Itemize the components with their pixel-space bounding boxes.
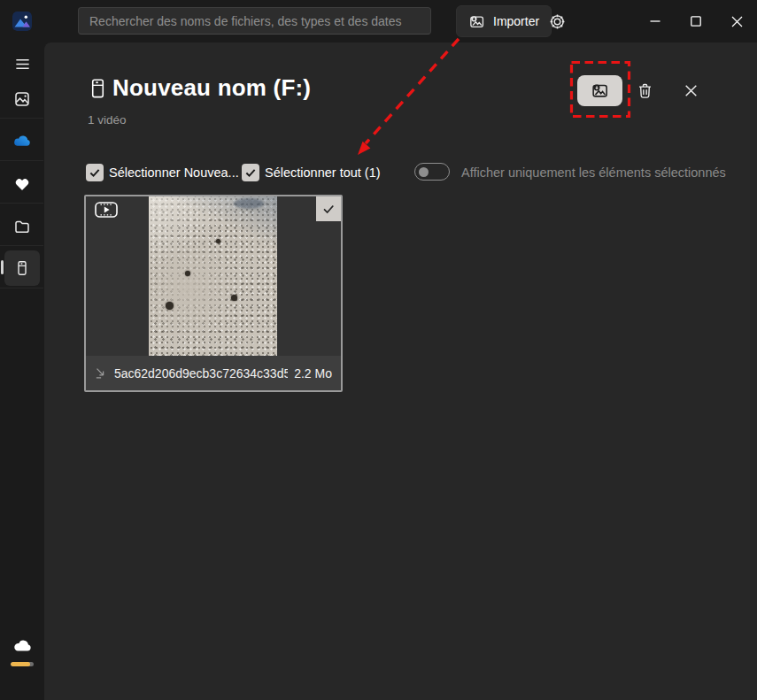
checkmark-icon [243, 165, 258, 180]
sync-progress-bar [11, 662, 34, 666]
cloud-icon [12, 636, 33, 657]
select-device-label[interactable]: Sélectionner Nouvea... [109, 165, 239, 180]
favorites-heart-icon [13, 175, 31, 193]
thumbnail-texture-detail [234, 198, 264, 209]
page-title: Nouveau nom (F:) [112, 74, 311, 102]
settings-button[interactable] [546, 11, 568, 32]
close-selection-button[interactable] [673, 73, 708, 108]
thumbnail-texture-detail [216, 239, 220, 243]
media-card[interactable]: 5ac62d206d9ecb3c72634c33d528b... 2.2 Mo [84, 195, 343, 392]
checkmark-icon [321, 201, 336, 217]
video-type-badge-icon [95, 202, 118, 221]
sidebar-item-favorites[interactable] [4, 166, 40, 202]
close-icon [683, 82, 699, 99]
window-close-button[interactable] [716, 0, 757, 42]
select-device-checkbox[interactable] [86, 164, 104, 181]
usb-drive-title-icon [91, 79, 104, 98]
sidebar-item-onedrive[interactable] [4, 124, 40, 159]
thumbnail-texture-detail [185, 271, 190, 276]
video-thumbnail [149, 196, 277, 356]
transfer-pending-icon [94, 365, 108, 381]
gallery-icon [13, 90, 31, 108]
gear-icon [548, 12, 567, 31]
delete-button[interactable] [627, 73, 662, 108]
show-selected-toggle-label: Afficher uniquement les éléments sélecti… [461, 165, 726, 180]
window-maximize-button[interactable] [676, 0, 716, 42]
folders-icon [13, 218, 31, 235]
import-button-label: Importer [493, 14, 539, 28]
import-button[interactable]: Importer [456, 5, 552, 37]
page-subtitle: 1 vidéo [88, 113, 127, 127]
select-all-label[interactable]: Sélectionner tout (1) [265, 165, 381, 180]
item-selected-checkmark[interactable] [316, 196, 341, 221]
file-name: 5ac62d206d9ecb3c72634c33d528b... [114, 366, 288, 381]
media-card-footer: 5ac62d206d9ecb3c72634c33d528b... 2.2 Mo [86, 356, 341, 390]
sidebar-menu-button[interactable] [4, 46, 40, 81]
toggle-knob [419, 167, 429, 177]
sidebar-item-gallery[interactable] [4, 81, 40, 117]
thumbnail-texture-detail [231, 295, 237, 301]
sidebar-sync-status-button[interactable] [4, 628, 40, 664]
file-size: 2.2 Mo [294, 366, 332, 381]
usb-drive-icon [13, 259, 31, 277]
checkmark-icon [88, 165, 102, 180]
import-image-icon [591, 81, 609, 100]
onedrive-icon [12, 132, 32, 151]
sidebar-item-folders[interactable] [4, 209, 40, 244]
import-image-icon [468, 13, 485, 30]
select-all-checkbox[interactable] [242, 164, 259, 181]
import-selected-button[interactable] [577, 75, 622, 106]
maximize-icon [691, 16, 701, 27]
window-minimize-button[interactable] [635, 0, 676, 42]
minimize-icon [650, 16, 660, 27]
show-selected-toggle[interactable] [414, 163, 450, 181]
thumbnail-texture-detail [166, 302, 174, 310]
titlebar: Importer [0, 0, 757, 42]
sidebar [0, 42, 44, 700]
search-input[interactable] [78, 7, 431, 35]
trash-icon [636, 81, 654, 100]
sidebar-selected-indicator [1, 260, 4, 274]
sidebar-item-usb-drive[interactable] [4, 250, 40, 286]
window-close-icon [731, 16, 743, 27]
sync-progress-fill [11, 662, 30, 666]
menu-icon [14, 56, 31, 73]
photos-app-logo-icon [12, 12, 32, 31]
content-panel: Nouveau nom (F:) 1 vidéo Sélectionner No… [44, 42, 757, 700]
